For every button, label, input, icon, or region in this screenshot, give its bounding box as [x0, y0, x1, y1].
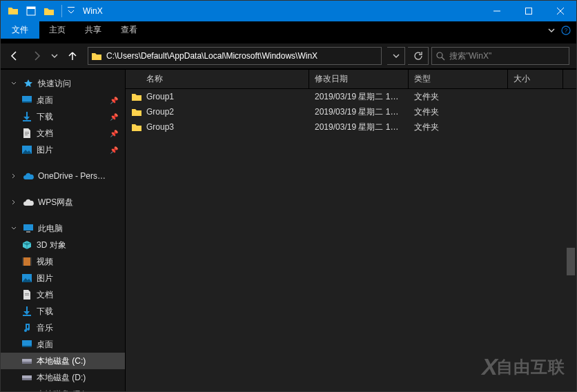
sidebar-item-documents2[interactable]: 文档 — [1, 286, 125, 303]
pin-icon: 📌 — [110, 113, 118, 121]
ribbon-tabs: 文件 主页 共享 查看 ? — [1, 21, 576, 39]
sidebar-item-label: 3D 对象 — [37, 239, 66, 251]
refresh-button[interactable] — [408, 47, 429, 65]
svg-rect-8 — [22, 101, 32, 103]
column-header-size[interactable]: 大小 — [508, 70, 563, 88]
column-headers: 名称 修改日期 类型 大小 — [126, 70, 576, 89]
tab-view[interactable]: 查看 — [111, 21, 147, 39]
watermark-logo-icon: X — [482, 353, 495, 380]
column-header-type[interactable]: 类型 — [409, 70, 508, 88]
watermark: X 自由互联 — [482, 353, 565, 380]
quick-access-toolbar — [1, 3, 76, 19]
file-list-pane: 名称 修改日期 类型 大小 Group1 2019/03/19 星期二 1… 文… — [125, 70, 576, 391]
desktop-icon — [21, 339, 32, 350]
column-header-label: 名称 — [146, 73, 163, 85]
pin-icon: 📌 — [110, 130, 118, 137]
svg-rect-18 — [30, 257, 32, 266]
sidebar-item-onedrive[interactable]: OneDrive - Pers… — [1, 168, 125, 184]
sidebar-item-drive-c[interactable]: 本地磁盘 (C:) — [1, 353, 125, 369]
svg-rect-20 — [25, 293, 29, 294]
window-controls — [481, 1, 576, 21]
sidebar-item-documents[interactable]: 文档 📌 — [1, 125, 125, 141]
address-bar[interactable] — [88, 47, 382, 65]
sidebar-item-videos[interactable]: 视频 — [1, 253, 125, 270]
main-area: 快速访问 桌面 📌 下载 📌 文档 📌 图片 📌 OneDrive - Pers… — [1, 70, 576, 391]
column-header-date[interactable]: 修改日期 — [309, 70, 409, 88]
sidebar-item-label: WPS网盘 — [38, 197, 73, 208]
sidebar-item-label: OneDrive - Pers… — [38, 171, 106, 181]
sidebar-item-desktop[interactable]: 桌面 📌 — [1, 92, 125, 108]
new-folder-icon[interactable] — [41, 3, 57, 19]
sidebar-item-drive-e[interactable]: 本地磁盘 (E:) — [1, 386, 125, 391]
chevron-down-icon[interactable] — [9, 81, 19, 86]
tab-share[interactable]: 共享 — [75, 21, 111, 39]
scrollbar[interactable] — [565, 89, 576, 391]
search-box[interactable]: 搜索"WinX" — [431, 47, 569, 65]
desktop-icon — [21, 95, 32, 106]
minimize-button[interactable] — [481, 1, 513, 21]
folder-icon — [131, 121, 142, 133]
sidebar-item-music[interactable]: 音乐 — [1, 320, 125, 336]
up-button[interactable] — [63, 47, 82, 65]
search-icon — [436, 52, 445, 61]
sidebar-item-quick-access[interactable]: 快速访问 — [1, 75, 125, 92]
svg-point-6 — [437, 52, 442, 58]
file-row[interactable]: Group2 2019/03/19 星期二 1… 文件夹 — [126, 104, 576, 119]
recent-locations-button[interactable] — [49, 47, 60, 65]
svg-rect-21 — [25, 295, 29, 295]
file-name: Group2 — [146, 107, 174, 117]
sidebar-item-label: 本地磁盘 (E:) — [37, 389, 86, 392]
ribbon-expand-icon[interactable] — [547, 26, 556, 35]
sidebar-item-wps[interactable]: WPS网盘 — [1, 194, 125, 210]
tab-home[interactable]: 主页 — [39, 21, 75, 39]
pictures-icon — [21, 144, 32, 155]
help-icon[interactable]: ? — [561, 26, 571, 35]
navigation-bar: 搜索"WinX" — [1, 43, 576, 68]
qat-separator — [61, 5, 62, 17]
svg-rect-14 — [23, 224, 33, 231]
properties-icon[interactable] — [23, 3, 39, 19]
chevron-right-icon[interactable] — [9, 173, 19, 179]
sidebar-item-pictures[interactable]: 图片 📌 — [1, 141, 125, 158]
document-icon — [21, 289, 32, 300]
sidebar-item-downloads2[interactable]: 下载 — [1, 303, 125, 320]
sidebar-item-label: 此电脑 — [38, 223, 63, 235]
file-date: 2019/03/19 星期二 1… — [309, 91, 409, 103]
download-icon — [21, 306, 32, 317]
address-input[interactable] — [105, 51, 381, 61]
sidebar-item-drive-d[interactable]: 本地磁盘 (D:) — [1, 369, 125, 386]
folder-icon — [131, 91, 142, 102]
chevron-right-icon[interactable] — [9, 199, 19, 205]
scrollbar-thumb[interactable] — [567, 248, 575, 275]
search-placeholder: 搜索"WinX" — [449, 50, 491, 62]
titlebar: WinX — [1, 1, 576, 21]
sidebar-item-downloads[interactable]: 下载 📌 — [1, 108, 125, 125]
back-button[interactable] — [5, 47, 24, 65]
column-header-name[interactable]: 名称 — [126, 70, 309, 88]
svg-rect-12 — [25, 135, 28, 135]
file-date: 2019/03/19 星期二 1… — [309, 121, 409, 133]
forward-button[interactable] — [27, 47, 46, 65]
sidebar-item-3d-objects[interactable]: 3D 对象 — [1, 237, 125, 253]
sidebar-item-this-pc[interactable]: 此电脑 — [1, 220, 125, 237]
svg-rect-9 — [23, 120, 31, 121]
chevron-down-icon[interactable] — [9, 226, 19, 231]
svg-rect-26 — [22, 362, 32, 364]
sidebar-item-label: 视频 — [37, 256, 53, 268]
pin-icon: 📌 — [110, 97, 118, 104]
file-type: 文件夹 — [409, 121, 508, 133]
sidebar-item-label: 下载 — [37, 111, 53, 123]
maximize-button[interactable] — [513, 1, 545, 21]
file-row[interactable]: Group1 2019/03/19 星期二 1… 文件夹 — [126, 89, 576, 104]
sidebar-item-pictures2[interactable]: 图片 — [1, 270, 125, 286]
video-icon — [21, 256, 32, 267]
drive-icon — [21, 389, 32, 391]
address-history-button[interactable] — [387, 47, 405, 65]
svg-rect-3 — [526, 8, 532, 14]
location-folder-icon — [88, 51, 105, 61]
close-button[interactable] — [545, 1, 576, 21]
file-row[interactable]: Group3 2019/03/19 星期二 1… 文件夹 — [126, 119, 576, 135]
sidebar-item-desktop2[interactable]: 桌面 — [1, 336, 125, 353]
file-tab[interactable]: 文件 — [1, 21, 39, 39]
qat-dropdown-icon[interactable] — [66, 3, 76, 19]
